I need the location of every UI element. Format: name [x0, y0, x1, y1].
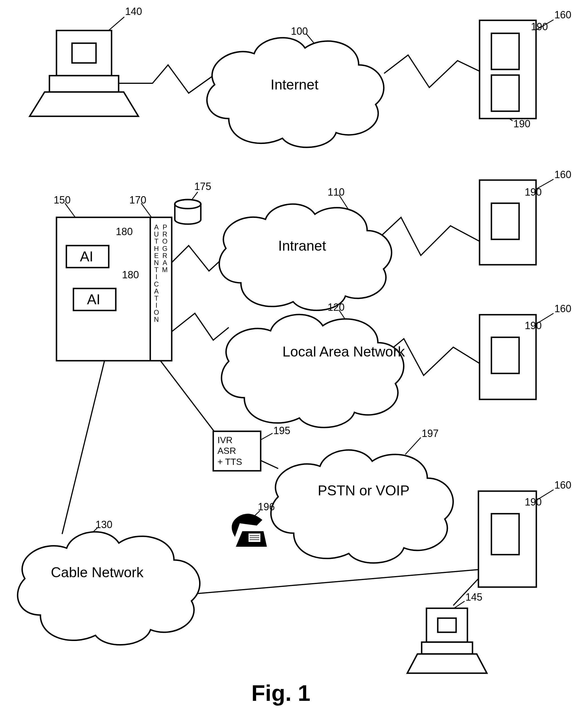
cloud-intranet [219, 204, 392, 310]
svg-line-23 [405, 437, 421, 454]
ref-150: 150 [54, 194, 70, 206]
remote-server-1 [480, 20, 536, 118]
cloud-cable-label: Cable Network [51, 564, 144, 581]
cloud-lan [222, 315, 404, 427]
ref-190-a: 190 [531, 21, 548, 33]
ref-190-d: 190 [525, 496, 542, 508]
computer-left [30, 30, 139, 116]
svg-line-5 [107, 17, 124, 31]
db-cylinder [175, 199, 201, 224]
ref-180-a: 180 [116, 226, 133, 238]
cloud-pstn-label: PSTN or VOIP [318, 483, 410, 499]
cloud-internet-label: Internet [271, 77, 319, 93]
ref-160-d: 160 [554, 479, 571, 491]
auth-vertical-left: AUTHENTICATION [152, 223, 161, 323]
ref-195: 195 [273, 425, 290, 437]
svg-line-1 [260, 460, 278, 469]
ref-196: 196 [258, 501, 275, 513]
ref-110: 110 [328, 186, 344, 198]
ref-190-c: 190 [525, 320, 542, 332]
svg-rect-30 [49, 76, 119, 92]
phone-icon [232, 514, 267, 547]
ref-120: 120 [328, 301, 344, 313]
ref-100: 100 [291, 25, 308, 37]
ai-box-2-text: AI [87, 291, 100, 308]
ref-190-a2: 190 [513, 118, 530, 130]
figure-caption: Fig. 1 [251, 680, 310, 706]
ref-130: 130 [96, 519, 112, 531]
cloud-pstn [271, 450, 453, 563]
ref-197: 197 [422, 428, 439, 439]
svg-marker-35 [407, 654, 487, 673]
cloud-intranet-label: Intranet [278, 238, 326, 254]
ivr-text: IVR ASR + TTS [217, 435, 242, 467]
ref-145: 145 [465, 591, 482, 603]
ref-160-c: 160 [554, 303, 571, 315]
svg-rect-52 [491, 337, 519, 373]
svg-rect-34 [422, 642, 472, 654]
ai-box-1-text: AI [80, 249, 93, 265]
svg-rect-50 [491, 203, 519, 239]
ref-190-b: 190 [525, 186, 542, 198]
svg-rect-48 [491, 75, 519, 111]
cloud-cable [18, 532, 200, 645]
svg-rect-47 [491, 33, 519, 69]
svg-rect-29 [72, 43, 96, 63]
ref-160-b: 160 [554, 169, 571, 181]
cloud-lan-label: Local Area Network [282, 344, 405, 360]
diagram-stage: Internet Intranet Local Area Network PST… [0, 0, 588, 711]
svg-line-0 [161, 361, 214, 431]
computer-right [407, 608, 487, 673]
svg-rect-33 [438, 618, 456, 632]
ref-160-a: 160 [554, 9, 571, 21]
auth-vertical-right: PROGRAM [161, 223, 169, 273]
ref-180-b: 180 [122, 269, 139, 281]
ref-140: 140 [125, 6, 142, 18]
ref-170: 170 [129, 194, 146, 206]
ref-175: 175 [194, 181, 211, 193]
svg-line-2 [62, 361, 105, 534]
svg-marker-31 [30, 92, 139, 116]
svg-line-21 [260, 433, 273, 440]
svg-rect-54 [491, 514, 519, 555]
